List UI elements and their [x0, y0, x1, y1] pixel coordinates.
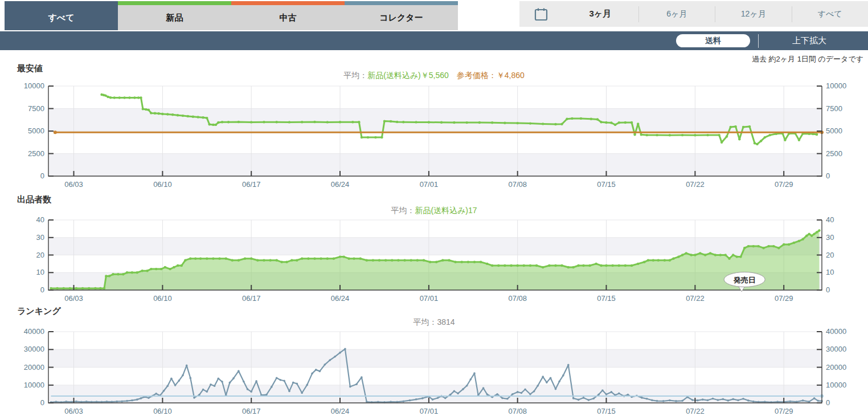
period-6m-button[interactable]: 6ヶ月 [638, 6, 715, 22]
svg-text:07/29: 07/29 [775, 180, 793, 189]
svg-text:発売日: 発売日 [733, 276, 756, 284]
svg-text:0: 0 [40, 398, 44, 407]
svg-text:07/15: 07/15 [597, 180, 616, 189]
expand-vertical-button[interactable]: 上下拡大 [767, 35, 852, 47]
ranking-legend: 平均：3814 [0, 305, 868, 328]
legend-prefix: 平均： [391, 206, 415, 215]
svg-text:06/24: 06/24 [331, 407, 350, 415]
svg-text:5000: 5000 [826, 127, 842, 135]
svg-text:30000: 30000 [826, 345, 846, 353]
svg-text:07/08: 07/08 [508, 180, 527, 189]
ranking-title: ランキング [17, 306, 61, 317]
svg-text:07/01: 07/01 [420, 180, 439, 189]
legend-series-value: 新品(送料込み)17 [415, 206, 477, 215]
ranking-chart: 0010000100002000020000300003000040000400… [0, 328, 868, 416]
svg-text:30: 30 [36, 233, 44, 242]
legend-prefix: 平均：3814 [413, 317, 455, 327]
svg-text:07/22: 07/22 [686, 294, 705, 303]
svg-text:20000: 20000 [24, 363, 44, 372]
calendar-icon [519, 7, 562, 22]
tab-collector[interactable]: コレクター [345, 1, 458, 30]
tab-all-label: すべて [48, 13, 74, 23]
svg-text:5000: 5000 [28, 127, 44, 135]
tab-used[interactable]: 中古 [231, 1, 345, 30]
toolbar-divider [758, 34, 759, 48]
lowest-price-section: 最安値 平均：新品(送料込み)￥5,560参考価格：￥4,860 0025002… [0, 62, 868, 193]
seller-count-title: 出品者数 [17, 194, 51, 205]
svg-text:40: 40 [826, 217, 834, 224]
svg-text:0: 0 [40, 172, 44, 180]
svg-text:06/03: 06/03 [64, 294, 83, 303]
tab-collector-label: コレクター [379, 13, 423, 23]
svg-text:06/10: 06/10 [153, 407, 172, 415]
svg-text:07/01: 07/01 [420, 407, 439, 415]
header: すべて 新品 中古 コレクター 3ヶ月 6ヶ月 12ヶ月 すべて 送料 上下拡大 [0, 0, 868, 50]
data-range-note: 過去 約2ヶ月 1日間 のデータです [0, 50, 868, 62]
svg-text:07/15: 07/15 [597, 294, 616, 303]
period-selector: 3ヶ月 6ヶ月 12ヶ月 すべて [519, 1, 868, 27]
legend-prefix: 平均： [343, 71, 367, 80]
svg-text:7500: 7500 [28, 104, 44, 113]
svg-text:0: 0 [826, 398, 830, 407]
svg-text:30000: 30000 [24, 345, 44, 353]
svg-text:06/24: 06/24 [331, 294, 350, 303]
chart-toolbar: 送料 上下拡大 [0, 31, 868, 50]
svg-text:20: 20 [826, 251, 834, 259]
svg-text:40000: 40000 [24, 328, 44, 336]
svg-text:06/03: 06/03 [64, 180, 83, 189]
svg-text:10000: 10000 [826, 81, 846, 90]
svg-text:07/29: 07/29 [775, 294, 793, 303]
legend-ref-value: 参考価格：￥4,860 [457, 71, 525, 80]
tab-new-label: 新品 [166, 13, 183, 23]
svg-text:06/17: 06/17 [242, 180, 261, 189]
svg-text:40: 40 [36, 217, 44, 224]
period-all-button[interactable]: すべて [792, 6, 868, 22]
period-12m-button[interactable]: 12ヶ月 [715, 6, 792, 22]
svg-text:40000: 40000 [826, 328, 846, 336]
svg-text:0: 0 [826, 172, 830, 180]
svg-text:20000: 20000 [826, 363, 846, 372]
svg-text:2500: 2500 [826, 149, 842, 158]
svg-text:0: 0 [826, 286, 830, 294]
period-3m-button[interactable]: 3ヶ月 [562, 6, 638, 22]
tab-row: すべて 新品 中古 コレクター 3ヶ月 6ヶ月 12ヶ月 すべて [0, 0, 868, 31]
svg-text:10000: 10000 [24, 381, 44, 389]
tab-all[interactable]: すべて [5, 1, 118, 30]
svg-text:06/24: 06/24 [331, 180, 350, 189]
svg-text:07/22: 07/22 [686, 180, 705, 189]
legend-series-value: 新品(送料込み)￥5,560 [367, 71, 449, 80]
svg-text:10000: 10000 [24, 81, 44, 90]
svg-text:06/10: 06/10 [153, 294, 172, 303]
lowest-price-chart: 00250025005000500075007500100001000006/0… [0, 81, 868, 193]
svg-text:20: 20 [36, 251, 44, 259]
svg-text:07/22: 07/22 [686, 407, 705, 415]
svg-text:06/10: 06/10 [153, 180, 172, 189]
ranking-section: ランキング 平均：3814 00100001000020000200003000… [0, 305, 868, 416]
tab-new[interactable]: 新品 [118, 1, 231, 30]
svg-text:30: 30 [826, 233, 834, 242]
seller-count-legend: 平均：新品(送料込み)17 [0, 193, 868, 217]
svg-text:07/29: 07/29 [775, 407, 793, 415]
seller-count-section: 出品者数 平均：新品(送料込み)17 00101020203030404006/… [0, 193, 868, 305]
lowest-price-legend: 平均：新品(送料込み)￥5,560参考価格：￥4,860 [0, 62, 868, 81]
svg-text:7500: 7500 [826, 104, 842, 113]
svg-text:07/01: 07/01 [420, 294, 439, 303]
svg-text:06/17: 06/17 [242, 294, 261, 303]
seller-count-chart: 00101020203030404006/0306/1006/1706/2407… [0, 217, 868, 305]
svg-text:06/03: 06/03 [64, 407, 83, 415]
svg-text:06/17: 06/17 [242, 407, 261, 415]
svg-text:10000: 10000 [826, 381, 846, 389]
shipping-toggle-button[interactable]: 送料 [676, 34, 750, 47]
svg-text:07/08: 07/08 [508, 407, 527, 415]
svg-text:10: 10 [826, 268, 834, 276]
svg-text:07/08: 07/08 [508, 294, 527, 303]
svg-text:2500: 2500 [28, 149, 44, 158]
tab-used-label: 中古 [280, 13, 297, 23]
svg-text:0: 0 [40, 286, 44, 294]
svg-text:07/15: 07/15 [597, 407, 616, 415]
svg-text:10: 10 [36, 268, 44, 276]
lowest-price-title: 最安値 [17, 63, 43, 74]
